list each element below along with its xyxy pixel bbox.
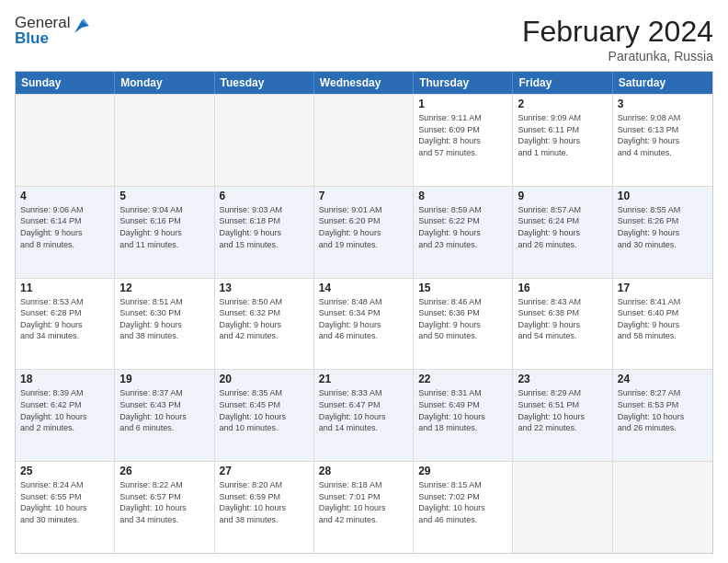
calendar-header-cell: Sunday (16, 72, 115, 94)
calendar-cell: 19Sunrise: 8:37 AM Sunset: 6:43 PM Dayli… (115, 370, 214, 461)
day-info: Sunrise: 8:37 AM Sunset: 6:43 PM Dayligh… (119, 387, 209, 433)
day-number: 17 (618, 282, 708, 294)
calendar-cell: 7Sunrise: 9:01 AM Sunset: 6:20 PM Daylig… (314, 187, 414, 278)
calendar-cell: 18Sunrise: 8:39 AM Sunset: 6:42 PM Dayli… (16, 370, 115, 461)
day-number: 29 (418, 465, 507, 477)
day-info: Sunrise: 8:35 AM Sunset: 6:45 PM Dayligh… (220, 387, 309, 433)
day-number: 21 (319, 373, 408, 385)
day-number: 16 (518, 282, 607, 294)
day-info: Sunrise: 9:08 AM Sunset: 6:13 PM Dayligh… (618, 112, 708, 158)
calendar-cell: 6Sunrise: 9:03 AM Sunset: 6:18 PM Daylig… (215, 187, 314, 278)
calendar-title: February 2024 (522, 15, 713, 49)
calendar-cell: 14Sunrise: 8:48 AM Sunset: 6:34 PM Dayli… (314, 279, 414, 370)
calendar-row: 1Sunrise: 9:11 AM Sunset: 6:09 PM Daylig… (16, 94, 712, 186)
calendar-cell: 5Sunrise: 9:04 AM Sunset: 6:16 PM Daylig… (115, 187, 214, 278)
calendar-cell: 15Sunrise: 8:46 AM Sunset: 6:36 PM Dayli… (414, 279, 513, 370)
calendar-cell: 4Sunrise: 9:06 AM Sunset: 6:14 PM Daylig… (16, 187, 115, 278)
day-info: Sunrise: 8:31 AM Sunset: 6:49 PM Dayligh… (418, 387, 507, 433)
day-number: 9 (518, 190, 607, 202)
calendar-cell: 12Sunrise: 8:51 AM Sunset: 6:30 PM Dayli… (115, 279, 214, 370)
calendar-cell: 22Sunrise: 8:31 AM Sunset: 6:49 PM Dayli… (414, 370, 513, 461)
day-number: 5 (119, 190, 209, 202)
day-number: 6 (220, 190, 309, 202)
calendar-cell: 2Sunrise: 9:09 AM Sunset: 6:11 PM Daylig… (513, 95, 612, 186)
calendar-cell: 13Sunrise: 8:50 AM Sunset: 6:32 PM Dayli… (215, 279, 314, 370)
calendar-cell (613, 462, 712, 553)
calendar-cell (513, 462, 612, 553)
calendar-cell: 25Sunrise: 8:24 AM Sunset: 6:55 PM Dayli… (16, 462, 115, 553)
day-info: Sunrise: 8:24 AM Sunset: 6:55 PM Dayligh… (20, 479, 109, 525)
calendar-row: 11Sunrise: 8:53 AM Sunset: 6:28 PM Dayli… (16, 278, 712, 370)
day-number: 10 (618, 190, 708, 202)
calendar-header-cell: Tuesday (215, 72, 314, 94)
calendar-cell: 26Sunrise: 8:22 AM Sunset: 6:57 PM Dayli… (115, 462, 214, 553)
title-block: February 2024 Paratunka, Russia (522, 15, 713, 63)
day-number: 22 (418, 373, 507, 385)
calendar-cell: 11Sunrise: 8:53 AM Sunset: 6:28 PM Dayli… (16, 279, 115, 370)
day-number: 23 (518, 373, 607, 385)
day-info: Sunrise: 8:41 AM Sunset: 6:40 PM Dayligh… (618, 296, 708, 342)
calendar-subtitle: Paratunka, Russia (522, 49, 713, 63)
calendar-row: 18Sunrise: 8:39 AM Sunset: 6:42 PM Dayli… (16, 369, 712, 461)
calendar-cell (115, 95, 214, 186)
day-info: Sunrise: 9:09 AM Sunset: 6:11 PM Dayligh… (518, 112, 607, 158)
calendar-cell: 10Sunrise: 8:55 AM Sunset: 6:26 PM Dayli… (613, 187, 712, 278)
day-number: 1 (418, 98, 507, 110)
day-info: Sunrise: 9:11 AM Sunset: 6:09 PM Dayligh… (418, 112, 507, 158)
day-info: Sunrise: 8:33 AM Sunset: 6:47 PM Dayligh… (319, 387, 408, 433)
day-info: Sunrise: 8:29 AM Sunset: 6:51 PM Dayligh… (518, 387, 607, 433)
day-number: 14 (319, 282, 408, 294)
calendar-cell: 9Sunrise: 8:57 AM Sunset: 6:24 PM Daylig… (513, 187, 612, 278)
calendar-header-cell: Monday (115, 72, 214, 94)
page: General Blue February 2024 Paratunka, Ru… (0, 0, 728, 563)
day-number: 7 (319, 190, 408, 202)
day-info: Sunrise: 8:50 AM Sunset: 6:32 PM Dayligh… (220, 296, 309, 342)
day-number: 4 (20, 190, 109, 202)
calendar-cell (314, 95, 414, 186)
day-info: Sunrise: 8:15 AM Sunset: 7:02 PM Dayligh… (418, 479, 507, 525)
calendar-header-row: SundayMondayTuesdayWednesdayThursdayFrid… (16, 72, 712, 94)
day-info: Sunrise: 8:53 AM Sunset: 6:28 PM Dayligh… (20, 296, 109, 342)
calendar-row: 4Sunrise: 9:06 AM Sunset: 6:14 PM Daylig… (16, 186, 712, 278)
logo-blue: Blue (15, 30, 70, 48)
calendar-header-cell: Saturday (613, 72, 712, 94)
calendar-cell: 24Sunrise: 8:27 AM Sunset: 6:53 PM Dayli… (613, 370, 712, 461)
day-number: 12 (119, 282, 209, 294)
day-info: Sunrise: 8:20 AM Sunset: 6:59 PM Dayligh… (220, 479, 309, 525)
calendar-cell: 28Sunrise: 8:18 AM Sunset: 7:01 PM Dayli… (314, 462, 414, 553)
logo-bird-icon (71, 17, 91, 37)
calendar-cell: 27Sunrise: 8:20 AM Sunset: 6:59 PM Dayli… (215, 462, 314, 553)
day-info: Sunrise: 9:03 AM Sunset: 6:18 PM Dayligh… (220, 204, 309, 250)
day-number: 3 (618, 98, 708, 110)
day-number: 15 (418, 282, 507, 294)
day-number: 24 (618, 373, 708, 385)
day-info: Sunrise: 8:39 AM Sunset: 6:42 PM Dayligh… (20, 387, 109, 433)
day-info: Sunrise: 8:48 AM Sunset: 6:34 PM Dayligh… (319, 296, 408, 342)
day-number: 8 (418, 190, 507, 202)
day-info: Sunrise: 8:18 AM Sunset: 7:01 PM Dayligh… (319, 479, 408, 525)
calendar-cell: 21Sunrise: 8:33 AM Sunset: 6:47 PM Dayli… (314, 370, 414, 461)
day-info: Sunrise: 9:01 AM Sunset: 6:20 PM Dayligh… (319, 204, 408, 250)
day-number: 25 (20, 465, 109, 477)
calendar-row: 25Sunrise: 8:24 AM Sunset: 6:55 PM Dayli… (16, 461, 712, 553)
day-info: Sunrise: 8:22 AM Sunset: 6:57 PM Dayligh… (119, 479, 209, 525)
day-info: Sunrise: 8:27 AM Sunset: 6:53 PM Dayligh… (618, 387, 708, 433)
day-info: Sunrise: 9:06 AM Sunset: 6:14 PM Dayligh… (20, 204, 109, 250)
calendar-cell: 17Sunrise: 8:41 AM Sunset: 6:40 PM Dayli… (613, 279, 712, 370)
calendar-cell: 20Sunrise: 8:35 AM Sunset: 6:45 PM Dayli… (215, 370, 314, 461)
day-info: Sunrise: 8:51 AM Sunset: 6:30 PM Dayligh… (119, 296, 209, 342)
header: General Blue February 2024 Paratunka, Ru… (15, 15, 713, 63)
day-number: 13 (220, 282, 309, 294)
calendar-cell: 8Sunrise: 8:59 AM Sunset: 6:22 PM Daylig… (414, 187, 513, 278)
calendar-header-cell: Wednesday (314, 72, 414, 94)
calendar: SundayMondayTuesdayWednesdayThursdayFrid… (15, 71, 713, 554)
day-number: 26 (119, 465, 209, 477)
calendar-body: 1Sunrise: 9:11 AM Sunset: 6:09 PM Daylig… (16, 94, 712, 553)
svg-marker-0 (74, 20, 89, 33)
calendar-cell: 1Sunrise: 9:11 AM Sunset: 6:09 PM Daylig… (414, 95, 513, 186)
day-number: 27 (220, 465, 309, 477)
day-number: 2 (518, 98, 607, 110)
day-number: 20 (220, 373, 309, 385)
logo: General Blue (15, 15, 91, 47)
day-number: 19 (119, 373, 209, 385)
